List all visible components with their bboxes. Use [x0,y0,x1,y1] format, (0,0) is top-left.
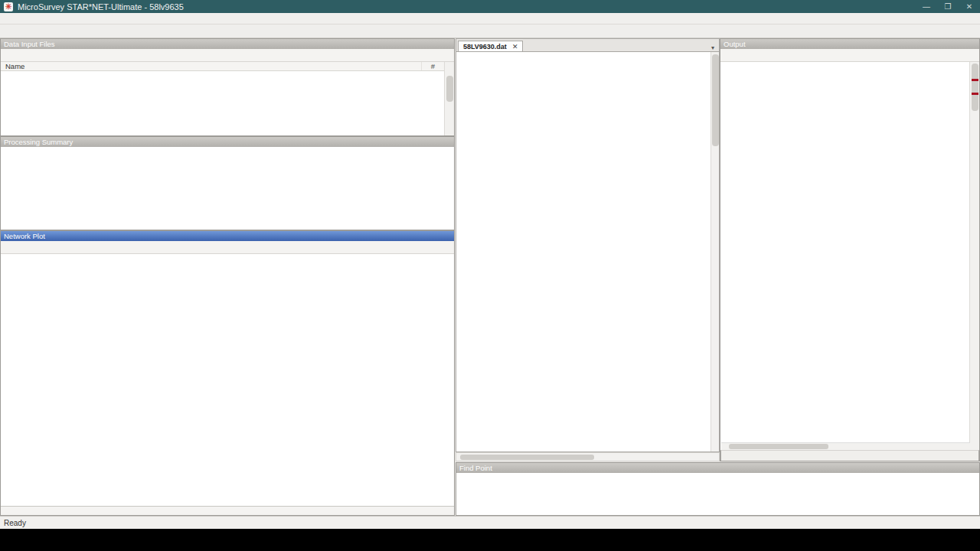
editor-hscrollbar[interactable] [456,452,720,461]
maximize-button[interactable]: ❐ [937,0,959,13]
data-input-files-panel: Data Input Files Name # [0,38,455,136]
data-input-files-header[interactable]: Data Input Files [1,39,454,49]
output-header[interactable]: Output [720,39,979,49]
status-bar: Ready [0,516,980,529]
editor-tab-label: 58LV9630.dat [463,43,507,51]
editor-vscrollbar[interactable] [710,52,719,452]
panel-title: Processing Summary [4,137,73,147]
find-point-content[interactable] [456,473,979,516]
network-plot-canvas[interactable] [1,254,454,506]
status-ready: Ready [0,519,26,527]
code-editor[interactable] [456,51,720,452]
panel-title: Network Plot [4,231,45,241]
editor-tab[interactable]: 58LV9630.dat ✕ [458,41,523,51]
tab-list-dropdown-icon[interactable]: ▾ [707,44,719,51]
find-point-panel: Find Point [456,462,980,516]
network-plot-toolbar [1,241,454,254]
window-title: MicroSurvey STAR*NET-Ultimate - 58lv9635 [18,2,184,11]
processing-summary-panel: Processing Summary [0,136,455,230]
title-bar: ✳ MicroSurvey STAR*NET-Ultimate - 58lv96… [0,0,980,13]
minimize-button[interactable]: — [916,0,937,13]
output-vscrollbar[interactable] [969,62,979,461]
panel-title: Find Point [459,463,492,473]
plot-status-strip [1,506,454,516]
output-hscrollbar[interactable] [721,442,970,450]
output-panel: Output [720,38,980,461]
processing-summary-content [1,147,454,230]
data-input-files-toolbar [1,49,454,62]
app-window: ✳ MicroSurvey STAR*NET-Ultimate - 58lv96… [0,0,980,529]
app-icon: ✳ [4,2,13,11]
screen-letterbox [0,529,980,551]
output-toolbar [720,49,979,62]
find-point-header[interactable]: Find Point [456,463,979,473]
panel-title: Data Input Files [4,39,55,49]
listing-text[interactable] [721,62,970,442]
close-button[interactable]: ✕ [959,0,980,13]
menu-bar [0,13,980,24]
network-plot-header[interactable]: Network Plot [1,231,454,241]
main-toolbar [0,24,980,38]
file-list-scrollbar[interactable] [444,62,454,135]
panel-title: Output [724,39,746,49]
processing-summary-header[interactable]: Processing Summary [1,137,454,147]
name-column-header[interactable]: Name [1,62,421,70]
file-grid-header: Name # [1,62,454,71]
tab-close-icon[interactable]: ✕ [512,43,518,51]
num-column-header[interactable]: # [421,62,444,70]
output-tab-strip [720,450,979,461]
network-plot-panel: Network Plot [0,230,455,516]
editor-tab-bar: 58LV9630.dat ✕ ▾ [456,38,720,51]
